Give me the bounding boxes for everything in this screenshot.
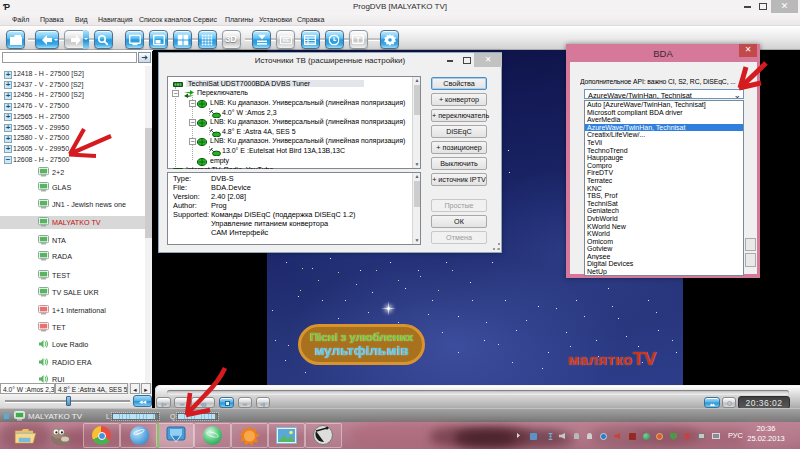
svg-text:RE: RE <box>282 37 290 43</box>
svg-text:T: T <box>356 35 360 42</box>
